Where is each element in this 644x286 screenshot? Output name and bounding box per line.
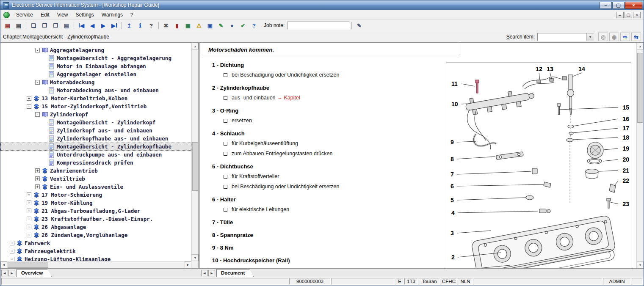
tree-item[interactable]: +17 Motor-Schmierung	[0, 191, 191, 199]
tab-overview[interactable]: Overview	[17, 269, 52, 277]
tab-scroll-left-icon[interactable]: ◀	[201, 270, 208, 276]
tree-item[interactable]: Unterdruckpumpe aus- und einbauen	[0, 151, 191, 159]
expand-plus-icon[interactable]: +	[35, 168, 40, 173]
print-page-icon[interactable]: ▤	[61, 21, 72, 30]
search-item-combobox[interactable]: ▼	[537, 33, 594, 41]
first-page-icon[interactable]: ◀	[76, 21, 86, 30]
tree-item[interactable]: +26 Abgasanlage	[0, 223, 191, 231]
tab-scroll-left-icon[interactable]: ◀	[1, 270, 8, 276]
info-icon[interactable]: ℹ	[135, 21, 145, 30]
last-page-icon[interactable]: ▶	[109, 21, 119, 30]
search-item-input[interactable]	[538, 33, 586, 41]
chevron-down-icon[interactable]: ▼	[586, 33, 594, 41]
scroll-down-icon[interactable]: ▼	[637, 261, 644, 268]
expand-plus-icon[interactable]: +	[27, 217, 31, 221]
tree-item[interactable]: +Zahnriementrieb	[0, 167, 191, 175]
open-document-icon[interactable]: ❐	[39, 21, 50, 30]
minimize-button[interactable]: –	[600, 2, 612, 9]
repair-tools-icon[interactable]: ✖	[161, 21, 171, 30]
job-note-input[interactable]	[287, 22, 350, 30]
tree-item[interactable]: +Fahrzeugelektrik	[0, 247, 191, 255]
previous-hit-icon[interactable]: ⇆	[631, 33, 641, 41]
tree-item[interactable]: Kompressionsdruck prüfen	[0, 159, 191, 167]
tree-item[interactable]: +21 Abgas-Turboaufladung,G-Lader	[0, 207, 191, 215]
tree-item[interactable]: +Heizung-Lüftung-Klimaanlage	[0, 255, 191, 261]
mdi-restore-button[interactable]: ▢	[625, 12, 632, 18]
tree-item[interactable]: +Ventiltrieb	[0, 175, 191, 183]
menu-settings[interactable]: Settings	[72, 11, 98, 19]
mdi-close-button[interactable]: ×	[633, 12, 641, 18]
tree-item[interactable]: -15 Motor-Zylinderkopf,Ventiltrieb	[0, 102, 191, 110]
mdi-minimize-button[interactable]: –	[616, 12, 624, 18]
menu-edit[interactable]: Edit	[37, 11, 53, 19]
close-button[interactable]: ×	[625, 2, 642, 9]
expand-plus-icon[interactable]: +	[27, 201, 31, 205]
tree-item[interactable]: Motor in Einbaulage abfangen	[0, 62, 191, 70]
close-document-icon[interactable]: ▤	[3, 21, 13, 30]
save-icon[interactable]: ▣	[205, 21, 215, 30]
menu-warnings[interactable]: Warnings	[98, 11, 127, 19]
expand-plus-icon[interactable]: +	[27, 233, 31, 237]
expand-plus-icon[interactable]: +	[10, 241, 14, 245]
collapse-minus-icon[interactable]: -	[35, 112, 40, 117]
document-scrollbar-thumb[interactable]	[637, 53, 643, 123]
tree-hscrollbar-thumb[interactable]	[8, 262, 48, 268]
marker-pen-icon[interactable]: ✎	[216, 21, 226, 30]
tree-item[interactable]: Montageübersicht - Zylinderkopf	[0, 118, 191, 126]
new-document-icon[interactable]: ❏	[28, 21, 39, 30]
manual-book-icon[interactable]: ▮	[172, 21, 182, 30]
expand-plus-icon[interactable]: +	[35, 176, 40, 181]
tree-item[interactable]: +23 Kraftstoffaufber.-Diesel-Einspr.	[0, 215, 191, 223]
document-vertical-scrollbar[interactable]: ▲ ▼	[636, 43, 644, 268]
previous-page-icon[interactable]: ◀	[87, 21, 97, 30]
tree-item[interactable]: Montageübersicht - Zylinderkopfhaube	[0, 143, 191, 151]
print-icon[interactable]: ▤	[14, 21, 24, 30]
tab-document[interactable]: Document	[216, 269, 254, 277]
menu-help[interactable]: ?	[127, 11, 137, 19]
help-icon[interactable]: ?	[146, 21, 156, 30]
document-query-icon[interactable]: ?	[249, 21, 259, 30]
next-hit-icon[interactable]: ⇨	[620, 33, 630, 41]
approve-document-icon[interactable]: ✔	[238, 21, 248, 30]
chapter-link[interactable]: → Kapitel	[299, 267, 322, 268]
tree-item[interactable]: +13 Motor-Kurbeltrieb,Kolben	[0, 94, 191, 102]
expand-plus-icon[interactable]: +	[27, 96, 31, 101]
warning-icon[interactable]: ⚠	[194, 21, 204, 30]
tree-horizontal-scrollbar[interactable]: ◀ ▶	[0, 261, 191, 268]
tree-item[interactable]: +19 Motor-Kühlung	[0, 199, 191, 207]
tree-vertical-scrollbar[interactable]: ▲ ▼	[191, 43, 199, 261]
collapse-minus-icon[interactable]: -	[35, 48, 40, 52]
search-history-icon[interactable]: ◎	[598, 33, 608, 41]
tree-item[interactable]: -Motorabdeckung	[0, 78, 191, 86]
tree-item[interactable]: +Fahrwerk	[0, 239, 191, 247]
title-bar[interactable]: Electronic Service Information System - …	[0, 0, 644, 10]
menu-view[interactable]: View	[53, 11, 72, 19]
chapter-link[interactable]: → Kapitel	[277, 94, 300, 102]
expand-plus-icon[interactable]: +	[27, 225, 31, 229]
tree-item[interactable]: Aggregatelager einstellen	[0, 70, 191, 78]
scroll-right-icon[interactable]: ▶	[185, 261, 191, 268]
tree-item[interactable]: Montageübersicht - Aggregatelagerung	[0, 54, 191, 62]
scroll-up-icon[interactable]: ▲	[637, 43, 644, 50]
next-page-icon[interactable]: ▶	[98, 21, 108, 30]
maximize-button[interactable]: ▢	[612, 2, 625, 9]
tree-item[interactable]: -Aggregatelagerung	[0, 46, 191, 54]
collapse-minus-icon[interactable]: -	[27, 104, 31, 109]
parts-table-icon[interactable]: ▦	[183, 21, 193, 30]
tree-item[interactable]: Zylinderkopf aus- und einbauen	[0, 126, 191, 135]
tree-item[interactable]: Zylinderkopfhaube aus- und einbauen	[0, 135, 191, 143]
vehicle-icon[interactable]: ●	[227, 21, 237, 30]
tab-scroll-right-icon[interactable]: ▶	[8, 270, 15, 276]
jump-back-icon[interactable]: ↥	[124, 21, 134, 30]
collapse-minus-icon[interactable]: -	[35, 80, 40, 85]
tree-item[interactable]: -Zylinderkopf	[0, 110, 191, 118]
scroll-down-icon[interactable]: ▼	[192, 254, 199, 261]
copy-document-icon[interactable]: ❒	[50, 21, 61, 30]
expand-plus-icon[interactable]: +	[27, 192, 31, 197]
tree-item[interactable]: Motorabdeckung aus- und einbauen	[0, 86, 191, 94]
menu-service[interactable]: Service	[12, 11, 37, 19]
expand-plus-icon[interactable]: +	[10, 257, 14, 261]
search-results-icon[interactable]: ◉	[609, 33, 619, 41]
tab-scroll-right-icon[interactable]: ▶	[208, 270, 215, 276]
tree-scrollbar-thumb[interactable]	[192, 142, 198, 191]
